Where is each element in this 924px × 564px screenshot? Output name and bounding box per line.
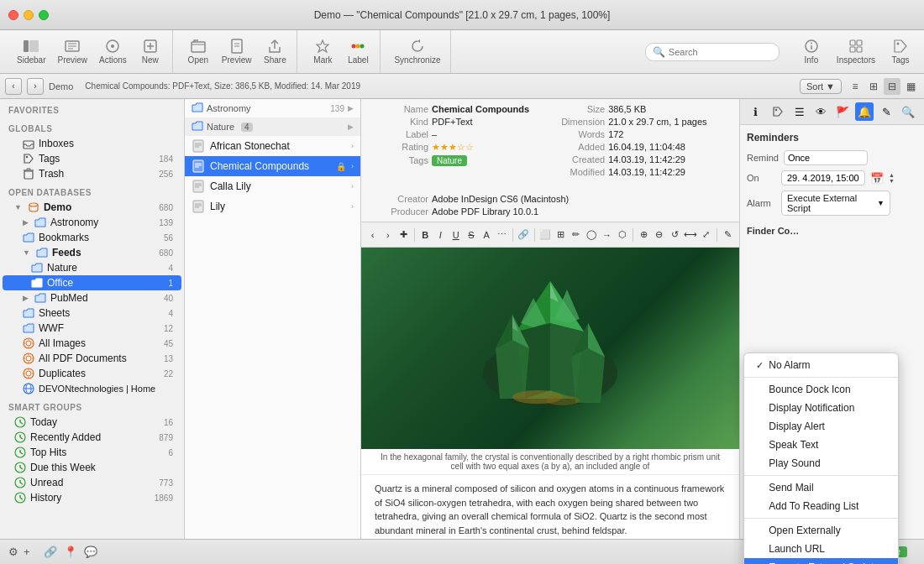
add-icon[interactable]: + [24, 546, 30, 558]
sidebar-item-pubmed[interactable]: ▶ PubMed 40 [3, 290, 181, 306]
view-columns-icon[interactable]: ⊟ [884, 78, 900, 95]
sidebar-item-office[interactable]: Office 1 [3, 275, 181, 290]
et-strikethrough-btn[interactable]: S [465, 226, 477, 244]
et-zoom-out-btn[interactable]: ⊖ [653, 226, 665, 244]
sidebar-item-trash[interactable]: Trash 256 [3, 166, 181, 181]
synchronize-button[interactable]: Synchronize [389, 36, 445, 67]
et-select-btn[interactable]: ⬜ [539, 226, 552, 244]
et-link-btn[interactable]: 🔗 [517, 226, 530, 244]
view-cover-icon[interactable]: ▦ [902, 78, 919, 95]
rt-bell-icon[interactable]: 🔔 [855, 102, 874, 121]
et-pen-btn[interactable]: ✏ [570, 226, 582, 244]
close-button[interactable] [8, 10, 18, 20]
dd-speak-text[interactable]: ✓ Speak Text [744, 436, 898, 454]
preview2-button[interactable]: Preview [217, 36, 257, 67]
sidebar-item-history[interactable]: History 1869 [3, 490, 181, 505]
search-box[interactable]: 🔍 [645, 43, 780, 61]
et-italic-btn[interactable]: I [434, 226, 447, 244]
calendar-icon[interactable]: 📅 [870, 172, 884, 185]
dd-execute-external[interactable]: ✓ Execute External Script ↗ [744, 558, 898, 564]
dd-open-externally[interactable]: ✓ Open Externally [744, 521, 898, 540]
dd-no-alarm[interactable]: ✓ No Alarm [744, 356, 898, 374]
rt-info-icon[interactable]: ℹ [747, 102, 765, 121]
sidebar-item-due-this-week[interactable]: Due this Week [3, 460, 181, 475]
remind-select[interactable]: Once Daily Weekly [784, 150, 868, 165]
location-icon[interactable]: 📍 [64, 546, 77, 558]
sidebar-item-inboxes[interactable]: Inboxes [3, 136, 181, 151]
sidebar-item-sheets[interactable]: Sheets 4 [3, 306, 181, 321]
date-stepper[interactable]: ▲▼ [889, 172, 895, 184]
et-forward-btn[interactable]: › [381, 226, 394, 244]
file-item-chemical-compounds[interactable]: Chemical Compounds 🔒 › [185, 156, 360, 176]
inspectors-button[interactable]: Inspectors [832, 36, 880, 67]
search-input[interactable] [669, 47, 772, 57]
sidebar-item-duplicates[interactable]: Duplicates 22 [3, 366, 181, 381]
dd-bounce-dock[interactable]: ✓ Bounce Dock Icon [744, 380, 898, 399]
view-list-icon[interactable]: ≡ [847, 78, 864, 95]
et-shape-btn[interactable]: ◯ [585, 226, 598, 244]
sidebar-item-tags[interactable]: Tags 184 [3, 151, 181, 166]
link-icon[interactable]: 🔗 [44, 546, 57, 558]
breadcrumb-root[interactable]: Demo [49, 81, 73, 91]
minimize-button[interactable] [24, 10, 34, 20]
sidebar-item-devontech[interactable]: DEVONtechnologies | Home [3, 381, 181, 396]
back-button[interactable]: ‹ [5, 78, 22, 95]
sidebar-item-demo[interactable]: ▼ Demo 680 [3, 200, 181, 215]
et-rotate-btn[interactable]: ↺ [669, 226, 681, 244]
rt-flag-icon[interactable]: 🚩 [833, 102, 852, 121]
sidebar-item-nature[interactable]: Nature 4 [3, 260, 181, 275]
share-button[interactable]: Share [258, 36, 291, 67]
rt-annot-icon[interactable]: ✎ [877, 102, 895, 121]
et-poly-btn[interactable]: ⬡ [616, 226, 628, 244]
file-item-african-stonechat[interactable]: African Stonechat › [185, 136, 360, 156]
rt-tag-icon[interactable] [769, 102, 787, 121]
sidebar-item-wwf[interactable]: WWF 12 [3, 321, 181, 336]
sidebar-item-unread[interactable]: Unread 773 [3, 475, 181, 490]
rt-list-icon[interactable]: ☰ [790, 102, 809, 121]
tags-button[interactable]: Tags [884, 36, 917, 67]
et-fit-btn[interactable]: ⤢ [700, 226, 712, 244]
sidebar-item-allpdfs[interactable]: All PDF Documents 13 [3, 351, 181, 366]
info-button[interactable]: Info [795, 36, 828, 67]
rt-search-icon[interactable]: 🔍 [899, 102, 917, 121]
sidebar-item-bookmarks[interactable]: Bookmarks 56 [3, 230, 181, 245]
sidebar-item-recently-added[interactable]: Recently Added 879 [3, 430, 181, 445]
file-item-lily[interactable]: Lily › [185, 196, 360, 217]
actions-button[interactable]: Actions [94, 36, 132, 67]
new-button[interactable]: New [134, 36, 167, 67]
sidebar-item-today[interactable]: Today 16 [3, 415, 181, 430]
settings-icon[interactable]: ⚙ [8, 546, 18, 558]
forward-button[interactable]: › [27, 78, 44, 95]
et-flip-btn[interactable]: ⟷ [684, 226, 697, 244]
et-more-btn[interactable]: ⋯ [496, 226, 508, 244]
et-back-btn[interactable]: ‹ [366, 226, 379, 244]
rt-eye-icon[interactable]: 👁 [812, 102, 831, 121]
et-add-btn[interactable]: ✚ [397, 226, 410, 244]
sidebar-item-top-hits[interactable]: Top Hits 6 [3, 445, 181, 460]
label-button[interactable]: Label [341, 36, 375, 67]
dd-send-mail[interactable]: ✓ Send Mail [744, 478, 898, 497]
dd-display-notification[interactable]: ✓ Display Notification [744, 399, 898, 417]
view-grid-icon[interactable]: ⊞ [865, 78, 882, 95]
comment-icon[interactable]: 💬 [84, 546, 97, 558]
sidebar-item-allimages[interactable]: All Images 45 [3, 336, 181, 351]
alarm-dropdown-trigger[interactable]: Execute External Script ▼ [781, 191, 890, 216]
et-color-btn[interactable]: A [480, 226, 493, 244]
open-button[interactable]: Open [181, 36, 215, 67]
et-arrow-btn[interactable]: → [601, 226, 613, 244]
et-crop-btn[interactable]: ⊞ [554, 226, 567, 244]
preview-button[interactable]: Preview [52, 36, 92, 67]
et-annot-btn[interactable]: ✎ [722, 226, 734, 244]
dd-display-alert[interactable]: ✓ Display Alert [744, 417, 898, 436]
maximize-button[interactable] [39, 10, 49, 20]
on-date-input[interactable] [781, 170, 865, 185]
sort-button[interactable]: Sort ▼ [800, 79, 842, 94]
et-underline-btn[interactable]: U [449, 226, 462, 244]
mark-button[interactable]: Mark [306, 36, 339, 67]
sidebar-item-feeds[interactable]: ▼ Feeds 680 [3, 245, 181, 260]
sidebar-button[interactable]: Sidebar [12, 36, 50, 67]
et-bold-btn[interactable]: B [418, 226, 431, 244]
sidebar-item-astronomy[interactable]: ▶ Astronomy 139 [3, 215, 181, 230]
file-item-calla-lily[interactable]: Calla Lily › [185, 176, 360, 196]
et-zoom-in-btn[interactable]: ⊕ [638, 226, 650, 244]
